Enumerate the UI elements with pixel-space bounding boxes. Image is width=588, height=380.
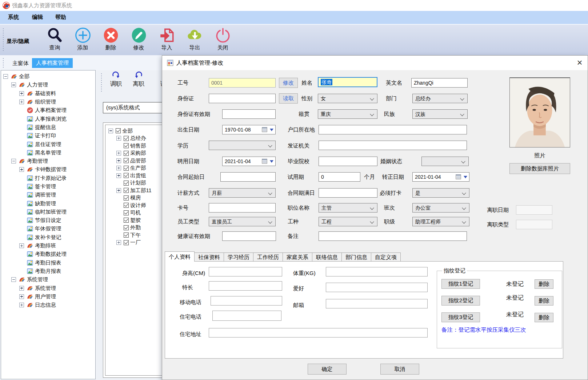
ok-button[interactable]: 确定: [308, 364, 347, 375]
nav-tree-item[interactable]: 黑名单管理: [1, 149, 95, 157]
toolbar-button-edit[interactable]: 修改: [125, 26, 153, 51]
birth-date-picker[interactable]: 1970-01-08: [222, 125, 276, 134]
dept-select[interactable]: 总经办: [412, 94, 468, 103]
show-hide-button[interactable]: 显示/隐藏: [7, 38, 29, 45]
email-input[interactable]: [326, 299, 428, 308]
expand-plus-icon[interactable]: [116, 151, 121, 155]
remark-input[interactable]: [319, 231, 467, 241]
toolbar-button-add[interactable]: 添加: [69, 26, 97, 51]
expand-plus-icon[interactable]: [19, 91, 24, 96]
dept-toolbar-button-1[interactable]: 调职: [105, 71, 127, 93]
marital-select[interactable]: [421, 157, 469, 166]
nav-tree-item[interactable]: 考勤排班: [1, 242, 95, 250]
collapse-minus-icon[interactable]: [11, 82, 16, 87]
expand-plus-icon[interactable]: [116, 136, 121, 141]
gender-select[interactable]: 女: [318, 94, 377, 103]
close-icon[interactable]: ×: [573, 56, 586, 69]
nav-tree-item[interactable]: 全部: [1, 72, 95, 81]
nav-tree-item[interactable]: 考勤日报表: [1, 259, 95, 267]
job-type-select[interactable]: 工程: [319, 217, 377, 226]
dept-checkbox-checked[interactable]: [124, 181, 129, 186]
nav-tree-item[interactable]: 年休假管理: [1, 225, 95, 233]
native-select[interactable]: 重庆: [318, 109, 377, 119]
menu-edit[interactable]: 编辑: [32, 14, 43, 21]
detail-tab-3[interactable]: 学习经历: [224, 252, 253, 262]
nav-tree-item[interactable]: 组织管理: [1, 98, 95, 106]
dept-checkbox-checked[interactable]: [116, 128, 121, 133]
expand-plus-icon[interactable]: [116, 240, 121, 245]
emp-no-input[interactable]: 0001: [209, 78, 276, 88]
dept-checkbox-checked[interactable]: [124, 188, 129, 193]
collapse-minus-icon[interactable]: [11, 277, 16, 282]
dept-checkbox-checked[interactable]: [124, 166, 129, 171]
nav-tree-item[interactable]: 发补卡登记: [1, 233, 95, 242]
household-input[interactable]: [319, 125, 467, 134]
nav-tree-item[interactable]: 系统管理: [1, 284, 95, 292]
dept-checkbox-checked[interactable]: [124, 195, 129, 201]
dept-checkbox-checked[interactable]: [124, 143, 129, 148]
nav-tree-item[interactable]: 签卡管理: [1, 182, 95, 191]
detail-tab-2[interactable]: 社保资料: [194, 252, 224, 262]
card-no-input[interactable]: [209, 203, 276, 213]
dept-toolbar-grip[interactable]: [101, 73, 102, 92]
en-name-input[interactable]: ZhangQi: [411, 78, 468, 88]
collapse-minus-icon[interactable]: [11, 159, 16, 163]
dept-checkbox-checked[interactable]: [124, 136, 129, 141]
cancel-button[interactable]: 取消: [380, 364, 419, 375]
nav-tree-item[interactable]: 人事报表浏览: [1, 114, 95, 123]
detail-tab-8[interactable]: 自定义项: [371, 252, 401, 262]
detail-tab-5[interactable]: 家庭关系: [283, 252, 312, 262]
nav-tree-item[interactable]: 考勤管理: [1, 157, 95, 165]
nav-tree-item[interactable]: 临时加班管理: [1, 208, 95, 216]
contract-end-input[interactable]: [319, 188, 377, 198]
nav-tree-item[interactable]: 人事档案管理: [1, 106, 95, 114]
toolbar-button-delete[interactable]: 删除: [97, 26, 125, 51]
name-input[interactable]: 张奇: [318, 77, 377, 87]
nav-tree-item[interactable]: 提醒信息: [1, 123, 95, 132]
delete-photo-button[interactable]: 删除数据库照片: [509, 163, 570, 174]
dept-checkbox-checked[interactable]: [124, 218, 129, 223]
dept-checkbox-checked[interactable]: [124, 225, 129, 230]
ethnic-select[interactable]: 汉族: [412, 109, 468, 119]
mdi-tab-main-window[interactable]: 主窗体: [9, 59, 32, 68]
health-cert-input[interactable]: [222, 231, 276, 241]
nav-tree-item[interactable]: 人力管理: [1, 81, 95, 89]
nav-tree-item[interactable]: 考勤数据处理: [1, 250, 95, 258]
nav-tree-item[interactable]: 证卡打印: [1, 132, 95, 140]
hobby-input[interactable]: [326, 283, 428, 292]
fingerprint-3-register-button[interactable]: 指纹3登记: [441, 312, 480, 322]
expand-plus-icon[interactable]: [116, 158, 121, 163]
detail-tab-7[interactable]: 部门信息: [341, 252, 371, 262]
detail-tab-4[interactable]: 工作经历: [253, 252, 283, 262]
dept-checkbox-checked[interactable]: [124, 210, 129, 215]
expand-plus-icon[interactable]: [19, 294, 24, 299]
collapse-minus-icon[interactable]: [3, 74, 8, 79]
expand-plus-icon[interactable]: [19, 286, 24, 291]
menu-help[interactable]: 帮助: [55, 14, 66, 21]
regular-date-picker[interactable]: 2021-01-04: [412, 172, 469, 182]
nav-tree-item[interactable]: 卡钟数据管理: [1, 165, 95, 174]
probation-input[interactable]: 0: [319, 172, 360, 182]
dept-toolbar-button-2[interactable]: 离职: [128, 71, 149, 93]
nav-tree-item[interactable]: 系统管理: [1, 275, 95, 284]
fingerprint-1-register-button[interactable]: 指纹1登记: [441, 279, 480, 289]
nav-tree-item[interactable]: 用户管理: [1, 292, 95, 301]
detail-tab-1[interactable]: 个人资料: [165, 251, 195, 262]
dept-checkbox-checked[interactable]: [124, 158, 129, 163]
dept-checkbox-checked[interactable]: [124, 151, 129, 156]
menu-system[interactable]: 系统: [8, 14, 19, 21]
emp-type-select[interactable]: 直接员工: [209, 217, 276, 226]
nav-tree-item[interactable]: 基础资料: [1, 89, 95, 98]
expand-plus-icon[interactable]: [19, 167, 24, 172]
salary-method-select[interactable]: 月薪: [209, 188, 276, 198]
nav-tree-item[interactable]: 居住证管理: [1, 140, 95, 148]
home-addr-input[interactable]: [209, 328, 428, 337]
id-valid-input[interactable]: [222, 109, 276, 119]
toolbar-button-import[interactable]: 导入: [153, 26, 181, 51]
nav-tree-item[interactable]: 调班管理: [1, 191, 95, 199]
position-select[interactable]: 主管: [319, 203, 377, 213]
nav-tree-item[interactable]: 缺勤管理: [1, 199, 95, 207]
fingerprint-2-register-button[interactable]: 指纹2登记: [441, 296, 480, 306]
expand-plus-icon[interactable]: [19, 243, 24, 248]
nav-tree-item[interactable]: 节假日设定: [1, 216, 95, 225]
